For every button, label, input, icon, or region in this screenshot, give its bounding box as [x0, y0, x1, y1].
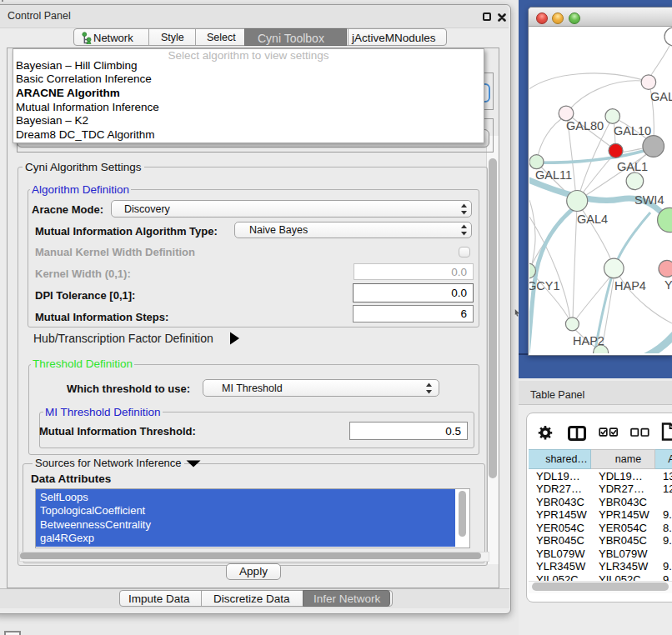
svg-text:GAL11: GAL11 — [535, 168, 572, 182]
svg-text:GAL10: GAL10 — [614, 124, 651, 138]
svg-text:HAP4: HAP4 — [614, 279, 646, 292]
svg-text:GAL7: GAL7 — [650, 90, 672, 103]
svg-text:GAL4: GAL4 — [577, 212, 608, 226]
svg-text:Y: Y — [664, 278, 672, 292]
svg-text:GAL1: GAL1 — [617, 160, 648, 173]
svg-text:HAP2: HAP2 — [573, 334, 604, 348]
svg-text:GAL80: GAL80 — [566, 119, 604, 132]
svg-text:GCY1: GCY1 — [529, 279, 560, 292]
svg-text:SWI4: SWI4 — [634, 193, 664, 207]
